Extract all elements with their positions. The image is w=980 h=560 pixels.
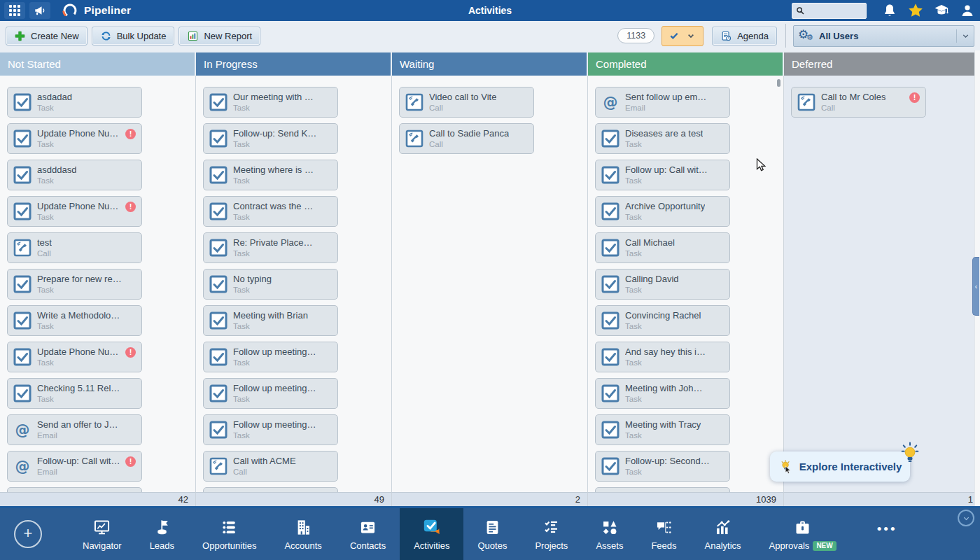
activity-card[interactable]: Call to Mr Coles Call ! [791,87,926,118]
activity-type-icon: @ [601,93,620,111]
search-box[interactable] [792,3,867,19]
activity-card[interactable] [595,487,730,492]
activity-title: Contract was the … [233,201,313,212]
activity-title: Meeting with Tracy [625,419,701,430]
activity-card[interactable]: @ Sent follow up em… Email ! [595,87,730,118]
activity-card[interactable]: Follow up: Call wit… Task ! [595,160,730,190]
activity-title: Follow up meeting… [233,419,316,430]
activity-card[interactable]: Meeting with Brian Task ! [203,305,338,336]
column-body: Video call to Vite Call ! Call to Sadie … [392,76,588,492]
top-bar: Pipeliner Activities [0,0,980,21]
notifications-button[interactable] [876,0,902,21]
favorites-button[interactable] [902,0,928,21]
activity-card[interactable]: @ Send an offer to J… Email ! [7,414,142,445]
activity-type-icon [13,202,31,220]
search-input[interactable] [805,5,857,16]
nav-collapse-button[interactable] [958,510,974,526]
activity-card[interactable]: And say hey this i… Task ! [595,342,730,372]
activity-type-label: Task [625,139,703,149]
nav-item-assets[interactable]: Assets [582,508,637,560]
activity-card[interactable]: No typing Task ! [203,269,338,300]
activity-type-icon [13,275,31,293]
activity-card[interactable]: Our meeting with … Task ! [203,87,338,118]
activity-type-icon [209,348,227,366]
status-filter-dropdown[interactable] [662,26,704,46]
activity-card[interactable]: @ Follow-up: Call wit… Email ! [7,451,142,482]
activity-card[interactable]: Meeting with Joh… Task ! [595,378,730,409]
activity-card[interactable]: Follow up meeting… Task ! [203,414,338,445]
activity-card[interactable]: asdddasd Task ! [7,160,142,190]
activity-card[interactable]: Follow up meeting… Task ! [203,378,338,409]
activity-card[interactable]: Call with ACME Call ! [203,451,338,482]
nav-item-accounts[interactable]: Accounts [270,508,335,560]
activity-card[interactable]: Re: Private Place… Task ! [203,232,338,263]
activity-type-label: Call [429,103,496,113]
activity-card[interactable]: Update Phone Nu… Task ! [7,196,142,227]
activity-card[interactable] [7,487,142,492]
column-scrollbar-thumb[interactable] [777,79,780,87]
create-new-button[interactable]: Create New [6,27,88,46]
activity-card[interactable]: Follow-up: Send K… Task ! [203,123,338,154]
activity-title: Update Phone Nu… [37,201,118,212]
nav-item-leads[interactable]: Leads [136,508,188,560]
app-window: Pipeliner Activities Create New [0,0,980,560]
activity-type-label: Task [625,467,710,477]
apps-grid-button[interactable] [4,2,25,19]
nav-item-analytics[interactable]: Analytics [691,508,755,560]
activity-card[interactable]: Calling David Task ! [595,269,730,300]
agenda-button[interactable]: Agenda [712,27,777,46]
nav-item-activities[interactable]: Activities [400,508,463,560]
side-panel-collapse-handle[interactable]: ‹ [972,257,979,316]
activity-type-icon [797,93,816,111]
activity-card[interactable]: Prepare for new re… Task ! [7,269,142,300]
activity-card[interactable]: Meeting where is … Task ! [203,160,338,190]
activity-card[interactable]: Contract was the … Task ! [203,196,338,227]
activity-type-label: Task [233,285,272,295]
agenda-icon [720,30,732,42]
overdue-alert-icon: ! [125,347,136,358]
learning-button[interactable] [928,0,954,21]
nav-item-projects[interactable]: Projects [521,508,582,560]
bulk-update-button[interactable]: Bulk Update [92,27,175,46]
activity-card[interactable]: Checking 5.11 Rel… Task ! [7,378,142,409]
announcements-button[interactable] [29,2,50,19]
activity-card[interactable]: Video call to Vite Call ! [399,87,534,118]
activity-card[interactable]: Update Phone Nu… Task ! [7,342,142,372]
activity-card[interactable]: Diseases are a test Task ! [595,123,730,154]
quick-add-button[interactable]: + [14,520,42,548]
nav-item-quotes[interactable]: Quotes [463,508,521,560]
nav-item-navigator[interactable]: Navigator [69,508,136,560]
activity-card[interactable]: Archive Opportunity Task ! [595,196,730,227]
nav-item-approvals[interactable]: ApprovalsNEW [755,508,850,560]
activity-card[interactable]: Call Michael Task ! [595,232,730,263]
nav-item-opportunities[interactable]: Opportunities [188,508,270,560]
activity-title: Call with ACME [233,456,296,467]
activity-type-label: Task [37,321,120,331]
activity-card[interactable]: Meeting with Tracy Task ! [595,414,730,445]
activity-card[interactable]: Update Phone Nu… Task ! [7,123,142,154]
activity-card[interactable]: Convincing Rachel Task ! [595,305,730,336]
activity-card[interactable]: Write a Methodolo… Task ! [7,305,142,336]
all-users-dropdown[interactable]: ⚙⚙ All Users [793,25,974,47]
profile-button[interactable] [954,0,980,21]
pipeliner-logo [62,2,78,19]
activity-title: Call to Sadie Panca [429,128,509,139]
accounts-icon [294,517,313,537]
explore-interactively-popup[interactable]: Explore Interactively [770,451,910,482]
new-report-button[interactable]: New Report [178,27,260,46]
activity-type-label: Task [37,139,118,149]
activity-card[interactable]: Follow-up: Second… Task ! [595,451,730,482]
activity-card[interactable]: asdadad Task ! [7,87,142,118]
activity-type-label: Email [37,467,120,477]
activity-card[interactable] [203,487,338,492]
activity-card[interactable]: Follow up meeting… Task ! [203,342,338,372]
more-menu-button[interactable]: ••• [877,522,897,537]
action-toolbar: Create New Bulk Update New Report 1133 A… [0,21,980,50]
nav-item-feeds[interactable]: Feeds [637,508,690,560]
activity-title: Diseases are a test [625,128,703,139]
activity-type-label: Call [429,139,509,149]
activity-card[interactable]: Call to Sadie Panca Call ! [399,123,534,154]
nav-item-contacts[interactable]: Contacts [336,508,400,560]
overdue-alert-icon: ! [909,92,920,103]
activity-card[interactable]: test Call ! [7,232,142,263]
